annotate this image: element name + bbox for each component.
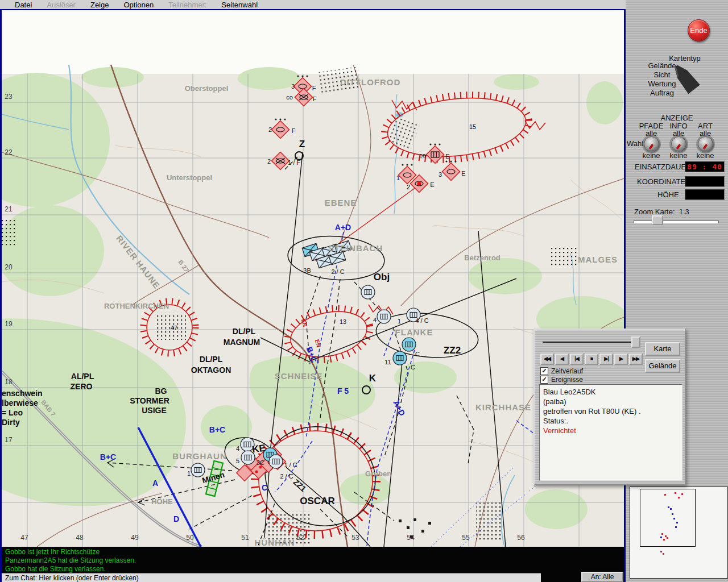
event-line: getroffen von Rot T80U (KE) . bbox=[543, 406, 679, 416]
step-back-button[interactable]: |◀ bbox=[570, 354, 584, 365]
minimap-unit-dot bbox=[675, 526, 677, 528]
chat-log: Gobbo ist jetzt Ihr Richtschütze Panzerm… bbox=[2, 547, 624, 573]
minimap-unit-dot bbox=[660, 551, 662, 552]
zeitverlauf-checkbox[interactable] bbox=[540, 367, 548, 375]
step-forward-button[interactable]: ▶| bbox=[599, 354, 613, 365]
chat-input-bar: Zum Chat: Hier klicken (oder Enter drück… bbox=[2, 573, 624, 582]
ereignisse-checkbox[interactable] bbox=[540, 376, 548, 384]
koordinate-label: KOORDINATE bbox=[637, 177, 685, 186]
minimap-unit-dot bbox=[664, 494, 666, 496]
event-line: Blau Leo2A5DK bbox=[543, 387, 679, 397]
overview-minimap[interactable] bbox=[630, 487, 728, 579]
einsatzdauer-label: EINSATZDAUER bbox=[635, 163, 691, 171]
minimap-unit-dot bbox=[678, 497, 680, 498]
event-line: Status:. bbox=[543, 416, 679, 426]
pfade-knob[interactable] bbox=[644, 136, 659, 152]
chat-recipient-button[interactable]: An: Alle bbox=[581, 572, 623, 582]
menu-teilnehmer: Teilnehmer: bbox=[168, 1, 206, 9]
chat-message: Gobbo ist jetzt Ihr Richtschütze bbox=[5, 548, 624, 556]
play-back-button[interactable]: ◀ bbox=[555, 354, 569, 365]
tactical-map[interactable]: OberstoppelDITTLOFRODUnterstoppelEBENEST… bbox=[2, 9, 624, 547]
event-message-panel: Blau Leo2A5DK (paiba) getroffen von Rot … bbox=[539, 384, 682, 481]
zoom-label: Zoom Karte: 1.3 bbox=[634, 207, 689, 216]
ende-button[interactable]: Ende bbox=[688, 19, 710, 41]
chat-input[interactable]: Zum Chat: Hier klicken (oder Enter drück… bbox=[2, 573, 541, 582]
hoehe-label: HÖHE bbox=[657, 190, 679, 199]
minimap-unit-dot bbox=[681, 493, 683, 495]
minimap-unit-dot bbox=[668, 506, 669, 508]
gelaende-button[interactable]: Gelände bbox=[645, 359, 680, 373]
minimap-unit-dot bbox=[663, 539, 665, 541]
minimap-unit-dot bbox=[670, 508, 672, 510]
minimap-unit-dot bbox=[661, 533, 663, 535]
event-line: (paiba) bbox=[543, 397, 679, 406]
zoom-slider-track[interactable] bbox=[634, 221, 719, 223]
info-keine-label: keine bbox=[669, 151, 687, 160]
chat-message: Gobbo hat die Sitzung verlassen. bbox=[5, 565, 624, 573]
map-margin bbox=[2, 9, 624, 74]
wahl-label: Wahl bbox=[627, 139, 643, 148]
minimap-unit-dot bbox=[663, 553, 664, 555]
chat-message: Panzermann2A5 hat die Sitzung verlassen. bbox=[5, 556, 624, 565]
map-column: OberstoppelDITTLOFRODUnterstoppelEBENEST… bbox=[0, 9, 626, 582]
menu-seitenwahl[interactable]: Seitenwahl bbox=[221, 1, 258, 9]
menu-ausloeser: Auslöser bbox=[47, 1, 76, 9]
minimap-unit-dot bbox=[667, 537, 668, 539]
ereignisse-label: Ereignisse bbox=[551, 376, 583, 384]
replay-slider-track[interactable] bbox=[543, 342, 635, 343]
replay-slider-thumb[interactable] bbox=[631, 336, 640, 348]
replay-window: ◀◀ ◀ |◀ ■ ▶| ▶ ▶▶ Karte Gelände Zeitverl… bbox=[533, 329, 686, 485]
pfade-keine-label: keine bbox=[642, 151, 660, 160]
stop-button[interactable]: ■ bbox=[585, 354, 598, 365]
koordinate-display bbox=[685, 176, 725, 187]
fast-forward-button[interactable]: ▶▶ bbox=[629, 354, 643, 365]
zoom-slider-thumb[interactable] bbox=[652, 215, 663, 225]
minimap-unit-dot bbox=[660, 537, 662, 538]
minimap-unit-dot bbox=[675, 492, 676, 494]
control-panel: Ende Kartentyp Gelände Sicht Wertung Auf… bbox=[626, 0, 728, 582]
menu-datei[interactable]: Datei bbox=[15, 1, 32, 9]
map-canvas[interactable] bbox=[2, 9, 624, 547]
info-knob[interactable] bbox=[671, 136, 686, 152]
anzeige-title: ANZEIGE bbox=[660, 114, 693, 122]
menu-bar: Datei Auslöser Zeige Optionen Teilnehmer… bbox=[0, 0, 626, 10]
art-knob[interactable] bbox=[698, 136, 713, 152]
einsatzdauer-display: 89 : 40 bbox=[685, 161, 725, 172]
play-button[interactable]: ▶ bbox=[614, 354, 628, 365]
minimap-unit-dot bbox=[676, 522, 678, 523]
karte-button[interactable]: Karte bbox=[645, 342, 680, 356]
event-status: Vernichtet bbox=[543, 426, 679, 435]
rewind-button[interactable]: ◀◀ bbox=[540, 354, 554, 365]
hoehe-display bbox=[685, 189, 725, 200]
art-keine-label: keine bbox=[696, 151, 714, 160]
zeitverlauf-label: Zeitverlauf bbox=[551, 367, 583, 375]
minimap-unit-dot bbox=[673, 518, 675, 519]
zoom-value: 1.3 bbox=[679, 207, 689, 216]
menu-optionen[interactable]: Optionen bbox=[123, 1, 154, 9]
minimap-unit-dot bbox=[672, 513, 673, 515]
menu-zeige[interactable]: Zeige bbox=[90, 1, 109, 9]
